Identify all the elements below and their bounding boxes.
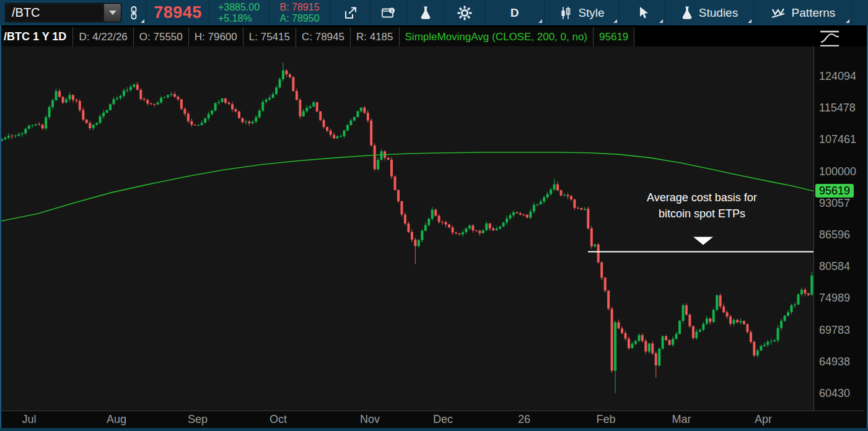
- candle-body: [228, 103, 230, 104]
- candle-body: [305, 108, 308, 111]
- candle-body: [587, 209, 589, 229]
- candle-body: [682, 305, 685, 321]
- price-chart-canvas[interactable]: [0, 46, 813, 411]
- chart-info-button[interactable]: i: [370, 0, 406, 25]
- time-axis[interactable]: JulAugSepOctNovDec26FebMarApr: [0, 411, 868, 428]
- candle-body: [431, 210, 434, 219]
- candlestick-icon: [559, 6, 572, 20]
- patterns-button[interactable]: Patterns: [754, 0, 851, 25]
- candle-body: [553, 185, 556, 189]
- candle-body: [526, 215, 528, 217]
- price-axis-label: 93057: [819, 196, 850, 210]
- share-button[interactable]: [331, 0, 370, 25]
- candle-body: [807, 294, 810, 295]
- candle-body: [319, 111, 322, 120]
- candle-body: [336, 136, 339, 138]
- corner-triangle-icon: [659, 19, 663, 23]
- candle-body: [380, 151, 383, 160]
- candle-body: [411, 232, 413, 240]
- share-icon: [343, 6, 358, 20]
- candle-body: [716, 295, 718, 310]
- candle-body: [258, 111, 261, 118]
- candle-body: [180, 99, 183, 108]
- chart-window: /BTC 78945 +3885.00 +5.18%: [0, 0, 868, 431]
- price-axis-label: 124094: [819, 69, 856, 83]
- annotation-text[interactable]: Average cost basis for bitcoin spot ETPs: [615, 189, 789, 222]
- gear-icon: [457, 5, 473, 21]
- price-axis-label: 60430: [819, 386, 850, 400]
- candle-body: [194, 124, 196, 125]
- candle-body: [62, 97, 64, 102]
- annotation-line1: Average cost basis for: [615, 189, 789, 206]
- candle-body: [634, 341, 637, 344]
- candle-body: [441, 222, 444, 222]
- candle-body: [299, 100, 301, 116]
- chain-link-icon: [128, 6, 139, 20]
- candle-body: [733, 320, 735, 324]
- candle-body: [31, 125, 33, 126]
- candle-body: [343, 131, 346, 136]
- candle-body: [21, 133, 24, 134]
- time-axis-label: Apr: [755, 413, 772, 426]
- candle-body: [153, 104, 156, 105]
- candle-body: [709, 318, 711, 322]
- candle-body: [414, 240, 416, 246]
- candle-body: [316, 102, 318, 111]
- candle-body: [567, 195, 569, 196]
- candle-body: [102, 113, 105, 116]
- candle-body: [292, 77, 294, 92]
- candle-body: [333, 135, 335, 139]
- candle-body: [24, 129, 27, 133]
- candle-body: [221, 98, 224, 102]
- candle-body: [777, 328, 779, 341]
- candle-body: [546, 194, 549, 197]
- study-label[interactable]: SimpleMovingAvg (CLOSE, 200, 0, no): [400, 27, 594, 46]
- analyze-button[interactable]: [407, 0, 444, 25]
- candle-body: [286, 71, 288, 75]
- change-group: +3885.00 +5.18%: [209, 0, 268, 25]
- candle-body: [794, 305, 796, 305]
- style-button[interactable]: Style: [545, 0, 619, 25]
- candle-body: [14, 136, 17, 136]
- settings-button[interactable]: [445, 0, 484, 25]
- candle-body: [183, 109, 186, 114]
- candle-body: [499, 227, 501, 229]
- candle-body: [58, 91, 61, 97]
- candle-body: [139, 90, 142, 99]
- candle-body: [48, 107, 51, 117]
- candle-body: [791, 305, 793, 312]
- candle-body: [387, 158, 390, 160]
- candle-body: [92, 124, 95, 128]
- candle-body: [119, 96, 121, 98]
- candle-body: [560, 190, 563, 195]
- timeframe-button[interactable]: D: [485, 0, 544, 25]
- last-price: 78945: [147, 0, 209, 25]
- candle-body: [113, 99, 115, 104]
- link-button[interactable]: [121, 0, 146, 25]
- symbol-combo[interactable]: /BTC: [5, 3, 121, 22]
- drawing-tools-button[interactable]: [620, 0, 665, 25]
- symbol-dropdown-button[interactable]: [103, 4, 121, 22]
- candle-body: [780, 321, 783, 328]
- candle-body: [750, 332, 752, 342]
- candle-body: [109, 104, 112, 110]
- top-toolbar: /BTC 78945 +3885.00 +5.18%: [0, 0, 868, 25]
- bid-ask-group: B: 78915 A: 78950: [269, 0, 330, 25]
- candle-body: [533, 205, 535, 211]
- candle-body: [770, 341, 773, 342]
- candle-body: [217, 102, 220, 103]
- candle-body: [502, 222, 505, 227]
- symbol-input[interactable]: /BTC: [6, 6, 103, 20]
- candle-body: [421, 231, 423, 240]
- candle-body: [702, 324, 704, 330]
- candle-body: [695, 332, 698, 338]
- candle-body: [245, 121, 247, 122]
- candle-body: [753, 342, 755, 355]
- candle-body: [662, 336, 664, 349]
- candle-body: [736, 320, 739, 323]
- candle-body: [611, 309, 613, 371]
- price-axis[interactable]: 1240941154781074611000009305786596805847…: [814, 46, 867, 411]
- studies-button[interactable]: Studies: [665, 0, 753, 25]
- drawn-triangle-marker[interactable]: [693, 237, 713, 245]
- ohlc-close: C: 78945: [296, 27, 351, 46]
